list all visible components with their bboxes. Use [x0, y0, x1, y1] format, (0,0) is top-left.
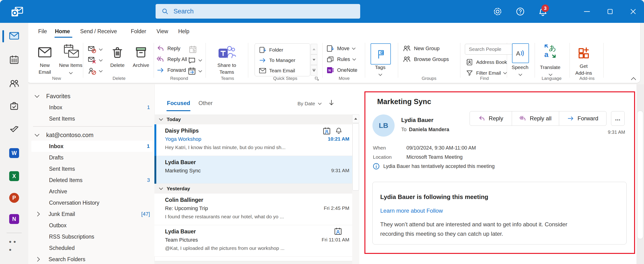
tab-view[interactable]: View	[156, 27, 168, 35]
quick-step-team-email[interactable]: Team Email	[259, 66, 295, 75]
collapse-ribbon-button[interactable]	[630, 77, 637, 81]
translate-button[interactable]: あ a	[542, 43, 558, 59]
onenote-button[interactable]: N OneNote	[326, 65, 357, 75]
forward-button[interactable]: Forward	[156, 65, 186, 75]
folder-item-outbox[interactable]: Outbox	[28, 220, 154, 231]
gallery-more-button[interactable]	[311, 65, 317, 76]
tab-send-receive[interactable]: Send / Receive	[80, 27, 117, 35]
search-people-input[interactable]	[468, 46, 512, 52]
rail-onenote-button[interactable]: N	[9, 214, 19, 224]
address-book-button[interactable]: Address Book	[466, 57, 507, 67]
reply-with-meeting-button[interactable]	[188, 45, 197, 54]
tab-home[interactable]: Home	[55, 27, 70, 35]
browse-groups-button[interactable]: Browse Groups	[402, 55, 449, 64]
more-actions-button[interactable]: …	[611, 111, 625, 126]
gallery-up-button[interactable]	[311, 44, 317, 54]
sender-avatar[interactable]: LB	[372, 114, 394, 137]
rail-calendar-button[interactable]	[9, 55, 19, 65]
folder-item-conversation-history[interactable]: Conversation History	[28, 197, 154, 208]
tab-help[interactable]: Help	[178, 27, 189, 35]
search-people-box[interactable]	[465, 44, 515, 55]
move-button[interactable]: Move	[326, 44, 355, 53]
group-header-yesterday[interactable]: Yesterday	[154, 184, 352, 194]
tab-folder[interactable]: Folder	[131, 27, 146, 35]
scrollbar-thumb[interactable]	[352, 123, 359, 191]
titlebar-search[interactable]	[156, 4, 360, 18]
reply-action-button[interactable]: Reply	[470, 111, 512, 126]
im-reply-button[interactable]	[188, 56, 202, 65]
scroll-up-button[interactable]	[352, 114, 359, 123]
help-button[interactable]	[515, 6, 526, 17]
tab-other[interactable]: Other	[198, 100, 212, 106]
email-item-lydia-pictures[interactable]: Lydia Bauer Team Pictures Fri 11:01 AM @…	[154, 225, 352, 257]
follow-learn-more-link[interactable]: Learn more about Follow	[380, 208, 443, 214]
folder-item-sent[interactable]: Sent Items	[28, 163, 154, 175]
tags-button[interactable]	[370, 43, 391, 64]
rail-word-button[interactable]: W	[9, 148, 19, 158]
sort-dropdown[interactable]: By Date	[298, 101, 321, 106]
tab-file[interactable]: File	[38, 27, 47, 35]
folder-item-inbox[interactable]: Inbox 1	[31, 141, 152, 152]
gallery-down-button[interactable]	[311, 54, 317, 65]
account-section-header[interactable]: kat@contoso.com	[28, 129, 154, 141]
outlook-logo-icon[interactable]	[10, 5, 24, 18]
scrollbar-thumb[interactable]	[637, 111, 643, 239]
reading-pane-scrollbar[interactable]	[636, 84, 644, 264]
quick-step-folder[interactable]: Folder	[259, 46, 283, 54]
share-to-teams-button[interactable]: Share to Teams	[212, 43, 242, 75]
quick-step-to-manager[interactable]: To Manager	[259, 56, 295, 64]
message-list-scrollbar[interactable]	[352, 114, 359, 264]
sort-direction-button[interactable]	[328, 99, 335, 106]
group-header-today[interactable]: Today	[154, 114, 352, 124]
rail-excel-button[interactable]: X	[9, 171, 19, 181]
translate-label[interactable]: Translate	[539, 64, 562, 70]
email-item-daisy[interactable]: Daisy Philips Yoga Workshop 10:21 AM Hey…	[154, 124, 352, 156]
folder-item-deleted[interactable]: Deleted Items 3	[28, 175, 154, 186]
archive-button[interactable]: Archive	[129, 43, 153, 68]
folder-item-search-folders[interactable]: Search Folders	[28, 254, 154, 264]
new-email-button[interactable]: New Email	[34, 43, 55, 75]
sender-name[interactable]: Lydia Bauer	[401, 117, 434, 123]
get-addins-button[interactable]: Get Add-ins	[572, 44, 595, 76]
tab-focused[interactable]: Focused	[167, 100, 190, 106]
folder-item-junk[interactable]: Junk Email [47]	[28, 208, 154, 220]
speech-button[interactable]: A	[512, 43, 529, 63]
maximize-button[interactable]	[604, 6, 616, 17]
folder-item-archive[interactable]: Archive	[28, 186, 154, 197]
email-item-lydia-selected[interactable]: Lydia Bauer Marketing Sync 9:31 AM	[154, 156, 352, 184]
rules-button[interactable]: Rules	[326, 55, 356, 64]
rail-todo-button[interactable]	[9, 123, 19, 134]
close-button[interactable]	[628, 6, 639, 17]
new-group-button[interactable]: New Group	[402, 44, 440, 53]
reply-button[interactable]: Reply	[156, 44, 180, 53]
search-input[interactable]	[173, 7, 339, 15]
rail-people-button[interactable]	[9, 78, 19, 89]
folder-item-rss[interactable]: RSS Subscriptions	[28, 231, 154, 242]
forward-action-button[interactable]: Forward	[559, 111, 606, 126]
block-sender-button[interactable]	[88, 66, 102, 76]
folder-item-drafts[interactable]: Drafts	[28, 152, 154, 163]
delete-button[interactable]: Delete	[106, 43, 128, 68]
rail-mail-button[interactable]	[9, 31, 19, 41]
speech-label[interactable]: Speech	[509, 64, 531, 70]
tags-label[interactable]: Tags	[370, 64, 390, 70]
rail-more-button[interactable]: • • •	[9, 241, 19, 251]
email-item-colin[interactable]: Colin Ballinger Re: Upcoming Trip Fri 2:…	[154, 194, 352, 225]
settings-button[interactable]	[492, 6, 503, 17]
folder-item-sent-fav[interactable]: Sent Items	[28, 113, 154, 124]
section-label: Favorites	[46, 93, 70, 100]
forward-as-meeting-button[interactable]	[188, 66, 202, 76]
junk-button[interactable]	[88, 56, 102, 65]
reply-all-button[interactable]: Reply All	[156, 55, 187, 64]
minimize-button[interactable]	[581, 6, 592, 17]
reply-all-action-button[interactable]: Reply all	[512, 111, 559, 126]
folder-item-inbox-fav[interactable]: Inbox 1	[28, 102, 154, 113]
rail-powerpoint-button[interactable]: P	[9, 193, 19, 203]
ignore-button[interactable]	[88, 45, 102, 54]
rail-tasks-button[interactable]	[9, 101, 19, 111]
notifications-button[interactable]: 3	[537, 6, 549, 18]
favorites-section-header[interactable]: Favorites	[28, 90, 154, 102]
new-items-button[interactable]: New Items	[58, 43, 84, 75]
folder-item-scheduled[interactable]: Scheduled	[28, 242, 154, 254]
recipient-name[interactable]: Daniela Mandera	[409, 127, 449, 133]
